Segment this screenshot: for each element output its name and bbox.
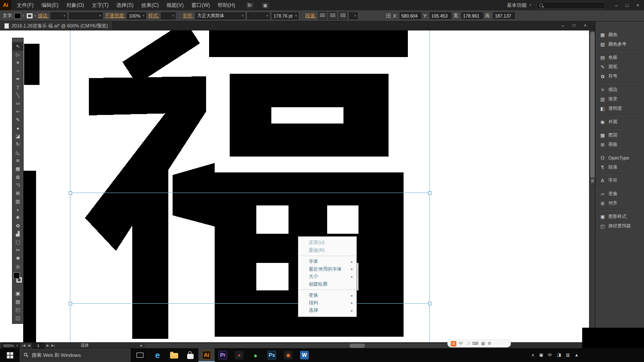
shape-builder-tool[interactable]: ◍ [12, 173, 23, 181]
line-segment-tool[interactable]: ╲ [12, 91, 23, 100]
dock-panel-button[interactable]: ✿ 符号 [595, 72, 644, 81]
menu-item[interactable]: 帮助(H) [214, 0, 239, 10]
mesh-tool[interactable]: ⊞ [12, 189, 23, 197]
y-position-field[interactable]: 105.453 [430, 12, 451, 19]
free-transform-tool[interactable]: ▦ [12, 165, 23, 173]
context-menu-item[interactable]: 还原(U) ▸ [298, 239, 356, 247]
character-panel-link[interactable]: 字符: [182, 12, 193, 19]
menu-item[interactable]: 效果(C) [137, 0, 163, 10]
selection-tool[interactable]: ↖ [12, 42, 23, 51]
dock-panel-button[interactable]: ¶ 段落 [595, 163, 644, 172]
artboard-tool[interactable]: ▢ [12, 238, 23, 246]
next-artboard-button[interactable]: ▶ [46, 344, 49, 347]
minimize-button[interactable]: – [611, 1, 622, 9]
opacity-field[interactable]: 100%▾ [127, 12, 146, 19]
column-graph-tool[interactable]: ▟ [12, 230, 23, 238]
dock-panel-button[interactable]: O OpenType [595, 153, 644, 163]
context-menu-item[interactable]: 最近使用的字体 ▸ [298, 265, 356, 273]
dock-panel-button[interactable]: ◉ 外观 [595, 117, 644, 127]
workspace-switcher[interactable]: 基本功能 ▾ [507, 2, 531, 9]
pen-tool[interactable]: ✒ [12, 75, 23, 83]
fill-stroke-control[interactable] [12, 272, 23, 290]
first-artboard-button[interactable]: |◀ [22, 344, 25, 347]
input-mode-icon[interactable]: 中 [459, 341, 463, 346]
menu-item[interactable]: 文字(T) [88, 0, 112, 10]
style-panel-link[interactable]: 样式: [148, 12, 159, 19]
context-menu-item[interactable]: 变换 ▸ [298, 292, 356, 299]
vertical-scrollbar[interactable] [589, 30, 595, 342]
dock-collapse-handle[interactable]: ⇄ [590, 178, 595, 184]
illustrator[interactable]: Ai [198, 348, 215, 362]
dock-panel-button[interactable]: ▥ 渐变 [595, 94, 644, 104]
vertical-scrollbar-thumb[interactable] [590, 32, 595, 181]
fill-color-swatch[interactable]: ▾ [14, 13, 24, 19]
width-tool[interactable]: ≋ [12, 157, 23, 165]
zoom-level-select[interactable]: 600%▾ [2, 343, 20, 348]
zoom-tool[interactable]: ◎ [12, 262, 23, 271]
night-mode-icon[interactable]: ☽ [466, 341, 470, 346]
context-menu-item[interactable]: 排列 ▸ [298, 299, 356, 307]
artboard-number-field[interactable]: 1 [32, 343, 44, 348]
app-search-input[interactable] [536, 2, 606, 9]
sogou-logo-icon[interactable]: S [451, 341, 456, 347]
player-app[interactable]: ◉ [280, 348, 296, 362]
rectangle-tool[interactable]: ▭ [12, 100, 23, 108]
context-menu-item[interactable]: 创建轮廓 ▸ [298, 281, 356, 288]
magic-wand-tool[interactable]: ✶ [12, 59, 23, 67]
lasso-tool[interactable]: ∽ [12, 67, 23, 75]
menu-item[interactable]: 视图(V) [163, 0, 188, 10]
close-button[interactable]: × [632, 1, 643, 9]
direct-selection-tool[interactable]: ▷ [12, 51, 23, 59]
menu-item[interactable]: 对象(O) [62, 0, 88, 10]
height-field[interactable]: 187.137 [493, 12, 515, 19]
align-right-button[interactable] [339, 12, 347, 20]
wechat[interactable]: ● [247, 348, 264, 362]
screen-mode[interactable]: ◫ [12, 314, 23, 322]
context-menu-item[interactable]: 重做(R) ▸ [298, 247, 356, 254]
font-style-select[interactable]: ▾ [247, 12, 270, 19]
arrange-documents-icon[interactable]: ▦ [261, 1, 270, 9]
brush-definition-select[interactable]: ▾ [69, 12, 103, 19]
close-button[interactable]: × [581, 22, 589, 28]
menu-item[interactable]: 选择(S) [112, 0, 137, 10]
dock-panel-button[interactable]: ✎ 画笔 [595, 62, 644, 72]
blend-tool[interactable]: ❖ [12, 214, 23, 222]
dock-panel-button[interactable]: ▧ 颜色参考 [595, 39, 644, 49]
word[interactable]: W [296, 348, 313, 362]
document-tab[interactable]: 2016.1.26贺春乐 福.ai* @ 600% (CMYK/预览) [0, 21, 113, 30]
eraser-tool[interactable]: ◪ [12, 132, 23, 140]
stroke-color-swatch[interactable]: ▾ [27, 13, 36, 18]
store[interactable] [182, 348, 198, 362]
draw-normal-mode[interactable]: ▣ [12, 290, 23, 298]
menu-item[interactable]: 编辑(E) [37, 0, 62, 10]
draw-behind-mode[interactable]: ▨ [12, 298, 23, 306]
align-left-button[interactable] [318, 12, 326, 20]
dock-panel-button[interactable]: ▤ 色板 [595, 53, 644, 62]
blob-brush-tool[interactable]: ● [12, 124, 23, 132]
symbol-sprayer-tool[interactable]: ✿ [12, 222, 23, 230]
dock-panel-button[interactable]: ≣ 对齐 [595, 199, 644, 208]
align-options-select[interactable]: ▾ [349, 12, 358, 19]
opacity-panel-link[interactable]: 不透明度: [105, 12, 125, 19]
task-view-button[interactable] [131, 348, 149, 362]
context-menu-item[interactable]: 大小 ▸ [298, 273, 356, 281]
file-explorer[interactable] [166, 348, 182, 362]
graphic-style-select[interactable]: ▾ [161, 12, 176, 19]
dock-panel-button[interactable]: ⊞ 画板 [595, 140, 644, 149]
font-size-select[interactable]: 178.76 pt▾ [272, 12, 298, 19]
reference-point-locator[interactable] [386, 14, 391, 18]
canvas[interactable] [0, 30, 595, 342]
menu-item[interactable]: 窗口(W) [188, 0, 214, 10]
volume-icon[interactable]: ◨ [557, 353, 561, 357]
slice-tool[interactable]: ✂ [12, 246, 23, 254]
type-tool[interactable]: T [12, 83, 23, 91]
dock-panel-button[interactable]: ≡ 描边 [595, 85, 644, 94]
music-app[interactable]: ● [231, 348, 247, 362]
stroke-panel-link[interactable]: 描边: [38, 12, 49, 19]
start-button[interactable] [0, 348, 20, 362]
stroke-weight-select[interactable]: ▾ [51, 12, 67, 19]
last-artboard-button[interactable]: ▶| [51, 344, 55, 347]
restore-button[interactable]: □ [622, 1, 632, 9]
settings-icon[interactable]: ⚙ [488, 341, 492, 346]
eyedropper-tool[interactable]: ◗ [12, 205, 23, 214]
